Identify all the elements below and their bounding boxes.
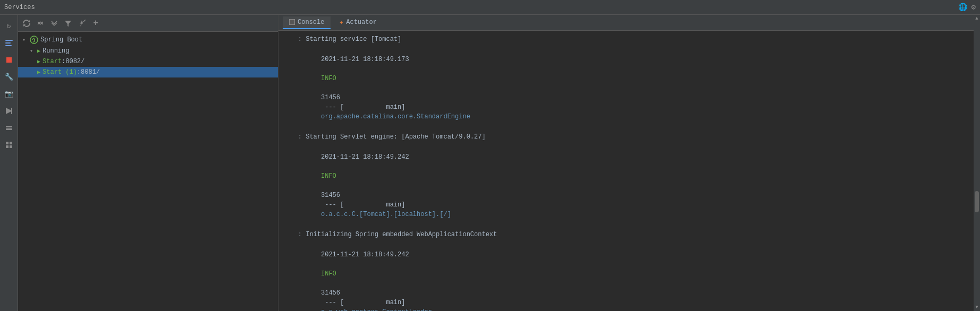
tree-item-running[interactable]: ▾ ▶ Running <box>18 46 278 56</box>
run-triangle-icon: ▶ <box>37 58 40 65</box>
scrollbar-down-arrow[interactable]: ▼ <box>974 304 980 311</box>
right-scrollbar: ▲ ▼ <box>974 15 980 311</box>
log-line-6: 2021-11-21 18:18:49.242 INFO 31456 --- [… <box>283 240 969 311</box>
svg-rect-1 <box>5 42 11 44</box>
tree-item-spring-boot[interactable]: ▾ Spring Boot <box>18 34 278 46</box>
svg-rect-0 <box>5 40 13 41</box>
tree-arrow-spring-boot: ▾ <box>22 37 30 43</box>
tab-console[interactable]: Console <box>283 16 331 29</box>
actuator-icon: ✦ <box>339 18 343 27</box>
right-panel: Console ✦ Actuator : Starting service [T… <box>278 15 974 311</box>
run-triangle2-icon: ▶ <box>37 69 40 75</box>
log-line-5: : Initializing Spring embedded WebApplic… <box>283 229 969 240</box>
sidebar-toolbar: + <box>18 15 278 32</box>
svg-rect-2 <box>5 45 12 46</box>
toolbar-pin-icon[interactable] <box>77 18 87 29</box>
toolbar-add-icon[interactable]: + <box>90 18 101 29</box>
gear-icon[interactable]: ⚙ <box>971 3 976 12</box>
console-icon <box>289 19 295 25</box>
toolbar-expand-all-icon[interactable] <box>49 18 60 29</box>
actuator-tab-label: Actuator <box>346 19 377 26</box>
log-line-4: 2021-11-21 18:18:49.242 INFO 31456 --- [… <box>283 142 969 229</box>
toolbar-filter-icon[interactable] <box>63 18 73 29</box>
svg-rect-8 <box>6 142 9 144</box>
svg-rect-7 <box>6 128 12 130</box>
svg-rect-5 <box>11 108 12 114</box>
scrollbar-thumb[interactable] <box>975 191 979 212</box>
tab-bar: Console ✦ Actuator <box>278 15 974 31</box>
left-action-bar: ↻ 🔧 📷 <box>0 15 18 311</box>
main-content: ↻ 🔧 📷 <box>0 15 980 311</box>
services-icon[interactable] <box>2 36 16 50</box>
start1-port: :8082/ <box>62 58 85 65</box>
svg-rect-11 <box>10 145 12 148</box>
tree-item-start1[interactable]: ▶ Start :8082/ <box>18 56 278 67</box>
start1-label: Start <box>43 58 62 65</box>
spring-boot-label: Spring Boot <box>40 36 82 44</box>
spring-boot-icon <box>30 36 38 44</box>
tab-actuator[interactable]: ✦ Actuator <box>333 16 383 30</box>
svg-marker-20 <box>65 21 71 27</box>
running-label: Running <box>43 47 69 55</box>
title-bar: Services 🌐 ⚙ <box>0 0 980 15</box>
log-line-3: : Starting Servlet engine: [Apache Tomca… <box>283 132 969 142</box>
deploy-icon[interactable] <box>2 104 16 118</box>
sidebar-tree: ▾ Spring Boot ▾ ▶ Running <box>18 32 278 311</box>
svg-point-22 <box>30 36 38 44</box>
toolbar-collapse-all-icon[interactable] <box>35 18 46 29</box>
build-icon[interactable]: 🔧 <box>2 70 16 84</box>
app-window: Services 🌐 ⚙ ↻ 🔧 📷 <box>0 0 980 311</box>
refresh-icon[interactable]: ↻ <box>2 19 16 33</box>
start2-port: :8081/ <box>77 68 100 76</box>
console-tab-label: Console <box>298 19 324 26</box>
svg-rect-6 <box>6 126 12 127</box>
globe-icon[interactable]: 🌐 <box>958 3 967 12</box>
run-icon: ▶ <box>37 48 40 54</box>
start2-label: Start (1) <box>43 68 77 76</box>
svg-rect-9 <box>10 142 12 144</box>
camera-icon[interactable]: 📷 <box>2 87 16 101</box>
tree-arrow-running: ▾ <box>30 48 37 54</box>
toolbar-refresh-icon[interactable] <box>21 18 32 29</box>
svg-rect-3 <box>6 57 12 63</box>
svg-rect-10 <box>6 145 9 148</box>
log-line-1: : Starting service [Tomcat] <box>283 34 969 45</box>
title-bar-left: Services <box>4 4 35 11</box>
stop-icon[interactable] <box>2 53 16 67</box>
svg-line-21 <box>83 20 86 22</box>
console-area[interactable]: : Starting service [Tomcat] 2021-11-21 1… <box>278 31 974 311</box>
grid-icon[interactable] <box>2 138 16 152</box>
window-title: Services <box>4 4 35 11</box>
database-icon[interactable] <box>2 121 16 135</box>
scrollbar-track[interactable] <box>974 23 979 303</box>
scrollbar-up-arrow[interactable]: ▲ <box>974 15 980 22</box>
tree-item-start2[interactable]: ▶ Start (1) :8081/ <box>18 67 278 77</box>
title-bar-icons: 🌐 ⚙ <box>958 3 976 12</box>
log-line-2: 2021-11-21 18:18:49.173 INFO 31456 --- [… <box>283 45 969 132</box>
sidebar: + ▾ Spring Boot ▾ ▶ Runn <box>18 15 278 311</box>
